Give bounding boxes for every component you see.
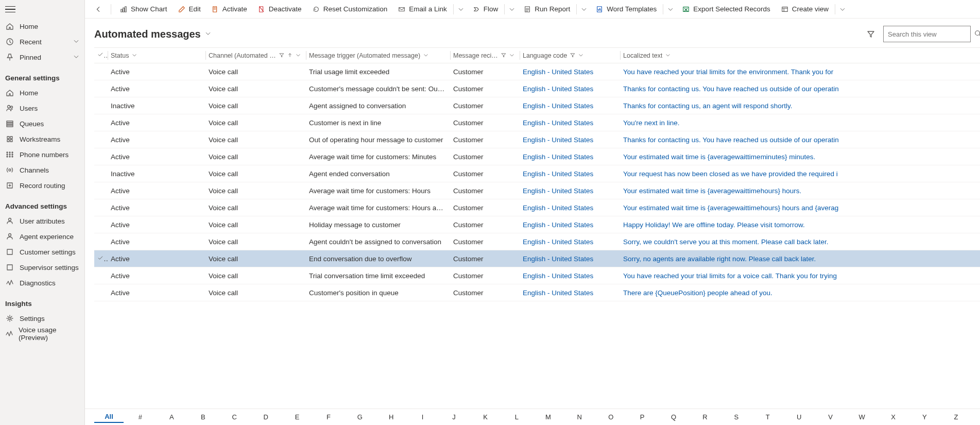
sidebar-item-home[interactable]: Home [0, 19, 84, 34]
cell-localized-text[interactable]: Your request has now been closed as we h… [620, 165, 980, 182]
sidebar-item-agent-experience[interactable]: Agent experience [0, 229, 84, 244]
alpha-filter-p[interactable]: P [628, 412, 657, 422]
cmd-show-chart[interactable]: Show Chart [114, 1, 173, 18]
row-checkbox[interactable] [94, 148, 108, 165]
alpha-filter-all[interactable]: All [94, 411, 124, 423]
alpha-filter-w[interactable]: W [847, 412, 876, 422]
cell-language[interactable]: English - United States [520, 267, 620, 284]
col-localized-text[interactable]: Localized text [620, 48, 980, 63]
cell-language[interactable]: English - United States [520, 182, 620, 199]
col-trigger[interactable]: Message trigger (Automated message) [306, 48, 450, 63]
table-row[interactable]: ActiveVoice callTrial conversation time … [94, 267, 980, 284]
alpha-filter-q[interactable]: Q [659, 412, 689, 422]
cell-language[interactable]: English - United States [520, 216, 620, 233]
alpha-filter-z[interactable]: Z [941, 412, 971, 422]
cell-localized-text[interactable]: There are {QueuePosition} people ahead o… [620, 284, 980, 301]
cmd-dropdown-chevron[interactable] [836, 1, 849, 18]
sidebar-item-pinned[interactable]: Pinned [0, 49, 84, 65]
alpha-filter-b[interactable]: B [188, 412, 218, 422]
table-row[interactable]: ActiveVoice callAverage wait time for cu… [94, 199, 980, 216]
sidebar-item-customer-settings[interactable]: Customer settings [0, 244, 84, 260]
sidebar-item-channels[interactable]: Channels [0, 162, 84, 178]
alpha-filter-n[interactable]: N [565, 412, 594, 422]
alpha-filter-s[interactable]: S [721, 412, 751, 422]
alpha-filter-y[interactable]: Y [910, 412, 939, 422]
col-channel[interactable]: Channel (Automated message) [205, 48, 306, 63]
cmd-edit[interactable]: Edit [173, 1, 206, 18]
row-checkbox[interactable] [94, 80, 108, 97]
hamburger-icon[interactable] [5, 4, 15, 14]
alpha-filter-m[interactable]: M [534, 412, 563, 422]
cell-localized-text[interactable]: You're next in line. [620, 114, 980, 131]
col-status[interactable]: Status [108, 48, 205, 63]
col-recipient[interactable]: Message recipient (... [450, 48, 520, 63]
alpha-filter-c[interactable]: C [220, 412, 249, 422]
sidebar-item-home[interactable]: Home [0, 85, 84, 100]
cell-localized-text[interactable]: Your estimated wait time is {averagewait… [620, 148, 980, 165]
page-title-dropdown[interactable]: Automated messages [94, 28, 211, 40]
table-row[interactable]: ActiveVoice callCustomer's message could… [94, 80, 980, 97]
cell-localized-text[interactable]: Thanks for contacting us, an agent will … [620, 97, 980, 114]
cell-localized-text[interactable]: You have reached your trial limits for a… [620, 267, 980, 284]
table-row[interactable]: ActiveVoice callAverage wait time for cu… [94, 148, 980, 165]
cmd-dropdown-chevron[interactable] [664, 1, 677, 18]
cmd-flow[interactable]: Flow [467, 1, 504, 18]
cell-localized-text[interactable]: You have reached your trial limits for t… [620, 63, 980, 80]
cmd-reset-customization[interactable]: Reset Customization [307, 1, 393, 18]
row-checkbox[interactable] [94, 97, 108, 114]
sidebar-item-users[interactable]: Users [0, 100, 84, 116]
search-input[interactable] [888, 30, 974, 38]
cell-language[interactable]: English - United States [520, 97, 620, 114]
alpha-filter-#[interactable]: # [126, 412, 155, 422]
sidebar-item-user-attributes[interactable]: User attributes [0, 213, 84, 229]
alpha-filter-g[interactable]: G [345, 412, 374, 422]
table-row[interactable]: ActiveVoice callHoliday message to custo… [94, 216, 980, 233]
row-checkbox[interactable] [94, 114, 108, 131]
table-row[interactable]: InactiveVoice callAgent assigned to conv… [94, 97, 980, 114]
sidebar-item-queues[interactable]: Queues [0, 116, 84, 131]
cmd-dropdown-chevron[interactable] [506, 1, 518, 18]
table-row[interactable]: InactiveVoice callAgent ended conversati… [94, 165, 980, 182]
cmd-activate[interactable]: Activate [206, 1, 252, 18]
cell-localized-text[interactable]: Happy Holiday! We are offline today. Ple… [620, 216, 980, 233]
row-checkbox[interactable] [94, 284, 108, 301]
cell-localized-text[interactable]: Thanks for contacting us. You have reach… [620, 131, 980, 148]
cell-language[interactable]: English - United States [520, 63, 620, 80]
cmd-export-selected-records[interactable]: Export Selected Records [677, 1, 775, 18]
alpha-filter-i[interactable]: I [408, 412, 437, 422]
row-checkbox[interactable] [94, 199, 108, 216]
cmd-word-templates[interactable]: Word Templates [590, 1, 662, 18]
alpha-filter-t[interactable]: T [753, 412, 782, 422]
alpha-filter-h[interactable]: H [376, 412, 406, 422]
select-all-checkbox[interactable] [94, 48, 108, 63]
search-box[interactable] [883, 26, 971, 42]
back-button[interactable] [89, 1, 108, 18]
row-checkbox[interactable] [94, 131, 108, 148]
cmd-email-a-link[interactable]: Email a Link [392, 1, 452, 18]
sidebar-item-record-routing[interactable]: Record routing [0, 178, 84, 193]
cmd-dropdown-chevron[interactable] [578, 1, 590, 18]
col-language[interactable]: Language code [520, 48, 620, 63]
table-row[interactable]: ActiveVoice callAverage wait time for cu… [94, 182, 980, 199]
alpha-filter-a[interactable]: A [157, 412, 186, 422]
alpha-filter-j[interactable]: J [439, 412, 469, 422]
cmd-run-report[interactable]: Run Report [518, 1, 575, 18]
cell-language[interactable]: English - United States [520, 165, 620, 182]
alpha-filter-k[interactable]: K [471, 412, 500, 422]
alpha-filter-r[interactable]: R [691, 412, 720, 422]
cell-localized-text[interactable]: Your estimated wait time is {averagewait… [620, 199, 980, 216]
row-checkbox[interactable] [94, 216, 108, 233]
row-checkbox[interactable] [94, 63, 108, 80]
cell-language[interactable]: English - United States [520, 148, 620, 165]
sidebar-item-voice-usage-preview-[interactable]: Voice usage (Preview) [0, 326, 84, 342]
row-checkbox[interactable] [94, 250, 108, 267]
cmd-dropdown-chevron[interactable] [455, 1, 467, 18]
table-row[interactable]: ActiveVoice callAgent couldn't be assign… [94, 233, 980, 250]
alpha-filter-d[interactable]: D [251, 412, 281, 422]
cell-localized-text[interactable]: Your estimated wait time is {averagewait… [620, 182, 980, 199]
row-checkbox[interactable] [94, 233, 108, 250]
cell-language[interactable]: English - United States [520, 114, 620, 131]
row-checkbox[interactable] [94, 165, 108, 182]
table-row[interactable]: ActiveVoice callCustomer is next in line… [94, 114, 980, 131]
cell-language[interactable]: English - United States [520, 80, 620, 97]
